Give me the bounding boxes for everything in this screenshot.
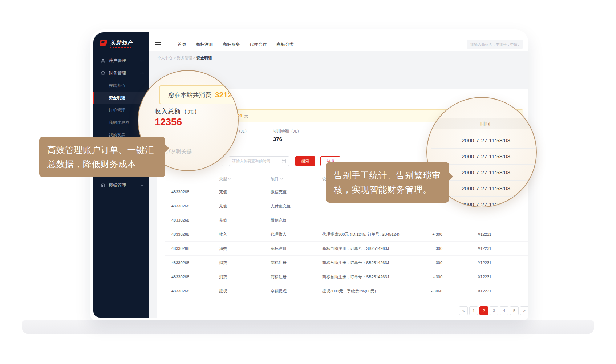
table-row: 48330268消费商标注册商标自助注册，订单号：SB2514263J- 300…	[165, 242, 528, 256]
nav-tab[interactable]: 商标注册	[196, 41, 213, 48]
magnified-time-header: 时间	[431, 118, 537, 129]
cell-amount: - 3060	[412, 289, 442, 293]
callout-right-text: 告别手工统计、告别繁琐审核，实现智能财务管理。	[334, 170, 441, 194]
cell-type: 充值	[219, 218, 271, 223]
table-row: 48330268消费商标注册商标自助注册，订单号：SB2514263J- 300…	[165, 256, 528, 270]
page-number-button[interactable]: 1	[469, 306, 478, 315]
cell-desc: 提现3000元，手续费2%(60元)	[322, 288, 412, 294]
brand-name: 头牌知产	[110, 40, 133, 46]
cell-order: 48330268	[165, 289, 219, 293]
column-header-type[interactable]: 类型	[219, 176, 271, 182]
cell-type: 消费	[219, 260, 271, 266]
cell-time: 2000-7-27 11:58:03	[491, 246, 528, 251]
table-row: 48330268充值微信充值2000-7-27 11:58:03	[165, 213, 528, 227]
cell-type: 消费	[219, 246, 271, 251]
table-row: 48330268收入代理收入代理提成300元 (ID:1245, 订单号: SB…	[165, 227, 528, 242]
sidebar-item-account[interactable]: 账户管理	[93, 54, 149, 67]
sidebar-item-label: 财务管理	[109, 70, 126, 76]
cell-desc: 商标自助注册，订单号：SB2514263J	[322, 246, 412, 251]
nav-tab[interactable]: 商标分类	[276, 41, 294, 48]
sort-chevron-icon	[280, 177, 283, 180]
marketing-canvas: 头牌知产 账户管理 财务管理 在线充值资金	[0, 0, 616, 364]
cell-type: 收入	[219, 232, 271, 237]
page-number-button[interactable]: 4	[500, 306, 508, 315]
cell-type: 消费	[219, 274, 271, 280]
cell-order: 48330268	[165, 246, 219, 251]
calendar-icon[interactable]	[282, 159, 286, 163]
hamburger-menu-icon[interactable]	[155, 41, 161, 48]
cell-project: 商标注册	[271, 260, 322, 266]
user-icon	[101, 58, 105, 63]
cell-project: 商标注册	[271, 246, 322, 251]
breadcrumb-item[interactable]: 个人中心	[157, 56, 173, 60]
cell-amount: + 300	[412, 232, 442, 236]
magnified-time-row: 2000-7-27 11:58:03	[431, 133, 537, 149]
finance-icon	[101, 71, 105, 76]
callout-left: 高效管理账户订单、一键汇总数据，降低财务成本	[39, 137, 165, 177]
cell-balance: ¥12231	[442, 289, 491, 293]
brand-tagline-dots	[110, 47, 131, 48]
cell-order: 48330268	[165, 218, 219, 222]
time-filter-input[interactable]: 请输入你要查询的时间	[229, 156, 289, 166]
column-header-label: 项目	[271, 176, 279, 182]
nav-tab[interactable]: 首页	[178, 41, 186, 48]
breadcrumb-separator: >	[174, 56, 176, 60]
sidebar-item-finance[interactable]: 财务管理	[93, 67, 149, 79]
sidebar-subitem[interactable]: 在线充值	[93, 79, 149, 92]
breadcrumb-current: 资金明细	[196, 56, 212, 60]
cell-order: 48330268	[165, 204, 219, 208]
page-number-button[interactable]: 5	[510, 306, 519, 315]
cell-balance: ¥12231	[442, 260, 491, 265]
page-number-button[interactable]: 3	[490, 306, 498, 315]
cell-order: 48330268	[165, 275, 219, 279]
chevron-down-icon	[141, 183, 143, 186]
top-navbar: 首页商标注册商标服务代理合作商标分类	[149, 38, 528, 51]
sidebar-item-label: 账户管理	[109, 58, 126, 64]
trademark-search-input[interactable]	[467, 40, 523, 49]
search-button[interactable]: 搜索	[295, 156, 315, 166]
cell-desc: 商标自助注册，订单号：SB2514263J	[322, 260, 412, 266]
cell-order: 48330268	[165, 190, 219, 194]
chevron-up-icon	[141, 72, 143, 75]
cell-time: 2000-7-27 11:58:03	[491, 260, 528, 265]
page-number-button[interactable]: 2	[479, 306, 488, 315]
callout-right: 告别手工统计、告别繁琐审核，实现智能财务管理。	[326, 162, 449, 203]
breadcrumb[interactable]: 个人中心 > 财务管理 > 资金明细	[157, 56, 212, 61]
breadcrumb-item[interactable]: 财务管理	[177, 56, 192, 60]
brand-logo[interactable]: 头牌知产	[93, 32, 149, 54]
time-filter-placeholder: 请输入你要查询的时间	[232, 159, 282, 164]
cell-balance: ¥12231	[442, 275, 491, 279]
sidebar-item-label: 模板管理	[109, 182, 126, 189]
laptop-base	[22, 320, 594, 334]
page-prev-button[interactable]: <	[459, 306, 468, 315]
sort-chevron-icon	[228, 177, 231, 180]
magnified-banner-text: 您在本站共消费	[168, 91, 211, 99]
cell-time: 2000-7-27 11:58:03	[491, 232, 528, 236]
stat-divider	[270, 128, 270, 142]
brand-logo-icon	[99, 40, 108, 46]
template-icon	[101, 183, 105, 188]
cell-project: 代理收入	[271, 232, 322, 237]
stat-available-balance: 可用余额（元） 376	[273, 128, 301, 142]
page-next-button[interactable]: >	[520, 306, 528, 315]
topnav-tabs: 首页商标注册商标服务代理合作商标分类	[178, 41, 294, 48]
stat-label: 可用余额（元）	[273, 128, 301, 134]
cell-project: 微信充值	[271, 189, 322, 195]
cell-order: 48330268	[165, 260, 219, 265]
cell-type: 充值	[219, 189, 271, 195]
cell-project: 余额提现	[271, 288, 322, 294]
column-header-project[interactable]: 项目	[271, 176, 322, 182]
nav-tab[interactable]: 商标服务	[223, 41, 240, 48]
stat-expense-label-partial: （元）	[237, 128, 249, 134]
magnified-banner: 您在本站共消费 32124	[159, 85, 239, 104]
cell-project: 商标注册	[271, 274, 322, 280]
cell-desc: 代理提成300元 (ID:1245, 订单号: SB45124)	[322, 232, 412, 237]
callout-left-text: 高效管理账户订单、一键汇总数据，降低财务成本	[47, 145, 154, 169]
magnified-income-label: 收入总额（元）	[155, 107, 200, 116]
nav-tab[interactable]: 代理合作	[250, 41, 267, 48]
chevron-down-icon	[141, 58, 143, 61]
cell-amount: - 300	[412, 246, 442, 251]
sidebar-item-template[interactable]: 模板管理	[93, 179, 149, 191]
table-row: 48330268消费商标注册商标自助注册，订单号：SB2514263J- 300…	[165, 270, 528, 284]
cell-amount: - 300	[412, 275, 442, 279]
